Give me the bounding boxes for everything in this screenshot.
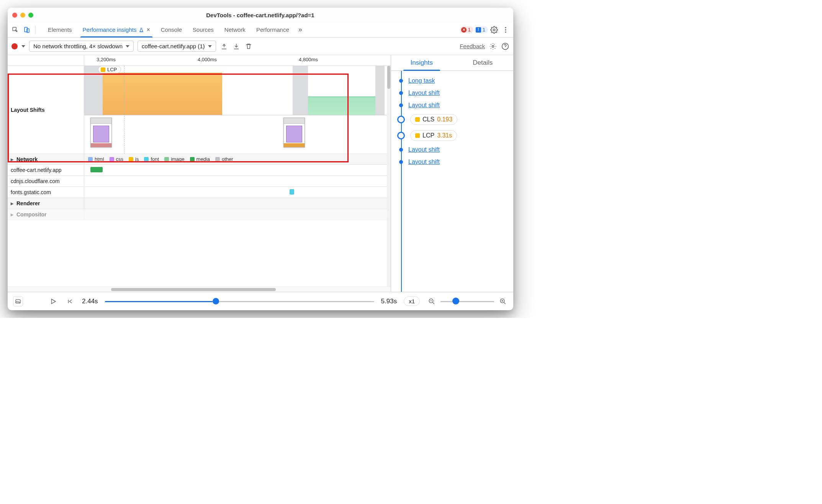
tab-performance[interactable]: Performance <box>251 22 295 37</box>
network-track[interactable] <box>84 165 391 175</box>
legend-font: font <box>144 156 159 162</box>
timeline-body[interactable]: Layout Shifts <box>8 66 391 286</box>
minimize-window-button[interactable] <box>20 13 25 18</box>
tab-network[interactable]: Network <box>219 22 251 37</box>
insight-item[interactable]: Layout shift <box>398 99 513 111</box>
feedback-link[interactable]: Feedback <box>460 43 485 49</box>
lcp-chip[interactable]: LCP 3.31s <box>410 130 457 141</box>
panel-settings-icon[interactable] <box>489 42 497 51</box>
time-ruler[interactable]: 3,200ms 4,000ms 4,800ms LCP <box>8 55 391 66</box>
slider-knob[interactable] <box>213 298 219 304</box>
svg-point-4 <box>505 27 506 28</box>
throttling-select[interactable]: No network throttling, 4× slowdown <box>29 41 134 52</box>
insight-item[interactable]: Layout shift <box>398 87 513 99</box>
compositor-section-header[interactable]: Compositor <box>8 209 391 220</box>
issues-badge[interactable]: ! 1 <box>474 26 488 33</box>
close-window-button[interactable] <box>12 13 17 18</box>
insight-link-layout-shift[interactable]: Layout shift <box>408 102 440 109</box>
record-button[interactable] <box>11 43 18 49</box>
insight-link-layout-shift[interactable]: Layout shift <box>408 159 440 165</box>
renderer-section-header[interactable]: Renderer <box>8 198 391 209</box>
import-icon[interactable] <box>232 42 241 51</box>
insight-item-lcp[interactable]: LCP 3.31s <box>398 128 513 144</box>
network-section-header[interactable]: Network html css js font image media oth… <box>8 154 391 165</box>
insight-item[interactable]: Layout shift <box>398 144 513 156</box>
request-bar-image[interactable] <box>90 167 103 172</box>
timeline-block[interactable] <box>293 66 308 115</box>
tab-insights[interactable]: Insights <box>391 55 452 70</box>
tab-sources[interactable]: Sources <box>187 22 219 37</box>
errors-count: 1 <box>468 27 471 33</box>
network-track[interactable] <box>84 176 391 186</box>
tab-sources-label: Sources <box>193 26 214 33</box>
tab-details[interactable]: Details <box>452 55 514 70</box>
insight-link-layout-shift[interactable]: Layout shift <box>408 90 440 97</box>
settings-icon[interactable] <box>489 25 499 35</box>
timeline-block[interactable] <box>84 66 103 115</box>
insight-link-long-task[interactable]: Long task <box>408 77 435 84</box>
device-toolbar-icon[interactable] <box>21 25 32 35</box>
network-host-label: cdnjs.cloudflare.com <box>8 176 84 187</box>
tab-console-label: Console <box>161 26 182 33</box>
insights-list[interactable]: Long task Layout shift Layout shift CLS … <box>391 71 513 292</box>
insight-item-cls[interactable]: CLS 0.193 <box>398 111 513 128</box>
layout-shift-thumbnail[interactable] <box>283 118 305 147</box>
insight-item[interactable]: Long task <box>398 75 513 87</box>
devtools-window: DevTools - coffee-cart.netlify.app/?ad=1… <box>8 8 513 310</box>
lcp-marker-chip[interactable]: LCP <box>98 66 121 73</box>
tab-elements-label: Elements <box>48 26 72 33</box>
insight-dot-icon <box>399 148 403 152</box>
jump-to-start-button[interactable] <box>65 296 75 306</box>
close-tab-icon[interactable]: × <box>146 26 150 33</box>
zoom-slider[interactable] <box>440 300 494 303</box>
issues-count: 1 <box>483 27 485 33</box>
zoom-in-icon[interactable] <box>498 296 508 306</box>
flame-event-green[interactable] <box>308 97 375 115</box>
more-tabs-icon[interactable]: » <box>295 26 305 34</box>
tab-performance-insights[interactable]: Performance insights × <box>77 22 156 37</box>
recording-select[interactable]: coffee-cart.netlify.app (1) <box>138 41 216 52</box>
cls-swatch-icon <box>415 117 420 122</box>
layout-shifts-track[interactable] <box>84 66 391 154</box>
svg-point-5 <box>505 29 506 30</box>
layout-shift-thumbnail[interactable] <box>90 118 112 147</box>
lcp-value: 3.31s <box>437 132 452 139</box>
network-track[interactable] <box>84 187 391 197</box>
cls-chip[interactable]: CLS 0.193 <box>410 114 457 125</box>
cls-value: 0.193 <box>437 116 452 123</box>
delete-icon[interactable] <box>244 42 253 51</box>
network-host-label: coffee-cart.netlify.app <box>8 165 84 175</box>
timeline-block[interactable] <box>375 66 385 115</box>
playback-footer: 2.44s 5.93s x1 <box>8 292 513 310</box>
more-menu-icon[interactable] <box>500 25 511 35</box>
inspect-element-icon[interactable] <box>10 25 21 35</box>
vertical-scrollbar[interactable] <box>387 66 391 286</box>
playback-slider[interactable] <box>105 300 374 303</box>
insight-dot-icon <box>399 160 403 164</box>
toggle-screenshots-button[interactable] <box>13 296 23 306</box>
sidebar-tabs: Insights Details <box>391 55 513 71</box>
insight-item[interactable]: Layout shift <box>398 156 513 168</box>
tab-console[interactable]: Console <box>156 22 187 37</box>
export-icon[interactable] <box>220 42 228 51</box>
help-icon[interactable] <box>501 42 509 51</box>
lcp-chip-label: LCP <box>107 67 117 72</box>
play-button[interactable] <box>48 296 58 306</box>
request-bar-font[interactable] <box>290 189 294 195</box>
tab-elements[interactable]: Elements <box>43 22 77 37</box>
error-icon: ✕ <box>461 27 467 33</box>
horizontal-scrollbar[interactable] <box>8 286 391 292</box>
maximize-window-button[interactable] <box>28 13 33 18</box>
recording-label: coffee-cart.netlify.app (1) <box>142 43 205 49</box>
flame-event-orange[interactable] <box>103 73 222 115</box>
playback-rate-chip[interactable]: x1 <box>404 296 420 306</box>
legend-html: html <box>88 156 104 162</box>
insight-link-layout-shift[interactable]: Layout shift <box>408 146 440 153</box>
layout-shifts-label: Layout Shifts <box>8 66 84 154</box>
record-dropdown-icon[interactable] <box>21 45 25 47</box>
insight-dot-icon <box>399 91 403 95</box>
renderer-label: Renderer <box>8 198 84 209</box>
zoom-knob[interactable] <box>452 298 459 304</box>
zoom-out-icon[interactable] <box>427 296 437 306</box>
errors-badge[interactable]: ✕ 1 <box>460 26 473 33</box>
